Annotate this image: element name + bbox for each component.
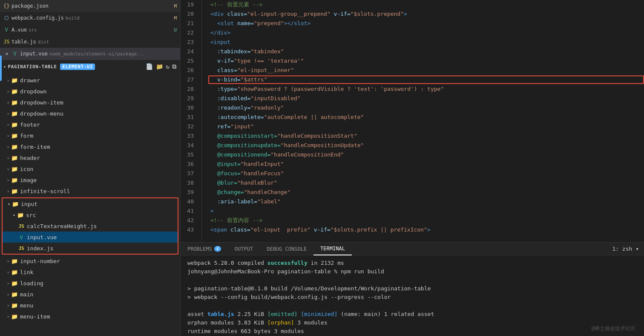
tab-label: DEBUG CONSOLE — [267, 246, 307, 252]
tab-debug-console[interactable]: DEBUG CONSOLE — [260, 243, 313, 255]
code-token: class= — [217, 66, 237, 75]
code-line-24: :tabindex="tabindex" — [210, 47, 644, 56]
sidebar-item-dropdown-menu[interactable]: › 📁 dropdown-menu — [0, 108, 180, 119]
sidebar-item-main[interactable]: › 📁 main — [0, 289, 180, 300]
code-line-40: :aria-label="label" — [210, 197, 644, 206]
terminal-line-9: runtime modules 663 bytes 3 modules — [187, 327, 637, 336]
sidebar-item-menu-item[interactable]: › 📁 menu-item — [0, 311, 180, 322]
sidebar-item-label: calcTextareaHeight.js — [27, 223, 97, 229]
file-tab-webpack[interactable]: ⬡ webpack.config.js build M — [0, 12, 180, 24]
sidebar-item-calctextareaheight[interactable]: JS calcTextareaHeight.js — [3, 220, 178, 232]
sidebar-item-input-number[interactable]: › 📁 input-number — [0, 255, 180, 266]
code-token: class= — [230, 225, 250, 235]
terminal-line-3 — [187, 276, 637, 284]
line-num-23: 23 — [181, 38, 197, 47]
sidebar-item-drawer[interactable]: › 📁 drawer — [0, 75, 180, 86]
sidebar-item-form[interactable]: › 📁 form — [0, 130, 180, 141]
chevron-icon: › — [7, 156, 9, 160]
new-folder-icon[interactable]: 📁 — [156, 63, 164, 70]
code-token: "prepend" — [254, 19, 284, 28]
terminal-content: webpack 5.28.0 compiled successfully in … — [181, 255, 644, 336]
sidebar-item-header[interactable]: › 📁 header — [0, 152, 180, 163]
terminal-tabs: PROBLEMS 4 OUTPUT DEBUG CONSOLE TERMINAL… — [181, 243, 644, 255]
section-actions: 📄 📁 ↻ ⧉ — [146, 63, 177, 70]
chevron-icon: › — [7, 189, 9, 194]
terminal-line-8: orphan modules 3.83 KiB [orphan] 3 modul… — [187, 319, 637, 327]
sidebar-item-input[interactable]: ▾ 📁 input — [3, 198, 178, 209]
tab-output[interactable]: OUTPUT — [228, 243, 260, 255]
line-numbers: 19 20 21 22 23 24 25 26 27 28 29 30 31 3… — [181, 0, 202, 242]
new-file-icon[interactable]: 📄 — [146, 63, 153, 70]
sidebar-item-loading[interactable]: › 📁 loading — [0, 278, 180, 289]
folder-icon: 📁 — [11, 177, 18, 183]
sidebar-item-inputvue[interactable]: V input.vue — [3, 232, 178, 243]
terminal-line-2: johnyang@JohnheMacBook-Pro pagination-ta… — [187, 267, 637, 276]
sidebar-item-menu[interactable]: › 📁 menu — [0, 300, 180, 311]
section-header[interactable]: ▾ PAGINATION-TABLE element-ui 📄 📁 ↻ ⧉ — [0, 60, 180, 73]
code-token: "el-input-group__prepend" — [247, 9, 331, 19]
code-token: "readonly" — [250, 103, 284, 113]
folder-icon: 📁 — [11, 133, 18, 139]
code-line-36: @input="handleInput" — [210, 159, 644, 169]
sidebar-item-dropdown-item[interactable]: › 📁 dropdown-item — [0, 97, 180, 108]
file-tab-label: input.vue — [20, 51, 48, 57]
sidebar-item-infinite-scroll[interactable]: › 📁 infinite-scroll — [0, 185, 180, 197]
chevron-icon: › — [7, 259, 9, 264]
file-tab-tablejs[interactable]: JS table.js dist — [0, 36, 180, 48]
tab-problems[interactable]: PROBLEMS 4 — [181, 243, 228, 255]
sidebar-item-image[interactable]: › 📁 image — [0, 174, 180, 185]
sidebar-item-label: input — [21, 201, 37, 207]
line-num-24: 24 — [181, 47, 197, 56]
folder-icon: 📁 — [11, 155, 18, 161]
code-token: <slot — [217, 19, 237, 28]
tab-label: TERMINAL — [320, 246, 345, 252]
line-num-31: 31 — [181, 113, 197, 122]
line-num-39: 39 — [181, 188, 197, 197]
file-tab-package-json[interactable]: {} package.json M — [0, 0, 180, 12]
line-num-27: 27 — [181, 75, 197, 84]
folder-icon: 📁 — [11, 110, 18, 117]
line-num-33: 33 — [181, 131, 197, 141]
sidebar-item-label: icon — [20, 166, 33, 172]
sidebar-item-dropdown[interactable]: › 📁 dropdown — [0, 86, 180, 97]
sidebar-item-src[interactable]: ▾ 📁 src — [3, 209, 178, 220]
collapse-icon[interactable]: ⧉ — [172, 63, 177, 70]
problems-badge: 4 — [214, 246, 221, 252]
code-token: "$slots.prepend" — [351, 9, 404, 19]
terminal-selector[interactable]: 1: zsh ▾ — [612, 246, 639, 252]
refresh-icon[interactable]: ↻ — [166, 63, 170, 70]
sidebar-item-icon[interactable]: › 📁 icon — [0, 163, 180, 174]
code-token: ></slot> — [284, 19, 311, 28]
code-token: "input" — [230, 122, 254, 131]
line-num-21: 21 — [181, 19, 197, 28]
sidebar-item-label: link — [20, 269, 33, 275]
code-token: :disabled= — [217, 94, 250, 103]
success-text: successfully — [267, 260, 308, 266]
chevron-down-icon: ▾ — [13, 213, 15, 217]
code-token: "handleChange" — [244, 188, 291, 197]
code-token: "autoComplete || autocomplete" — [264, 113, 364, 122]
chevron-icon: › — [7, 100, 9, 105]
sidebar-item-form-item[interactable]: › 📁 form-item — [0, 141, 180, 152]
chevron-icon: › — [7, 281, 9, 286]
close-icon[interactable]: ✕ — [3, 50, 10, 57]
code-line-29: :disabled="inputDisabled" — [210, 94, 644, 103]
sidebar-item-link[interactable]: › 📁 link — [0, 266, 180, 278]
code-line-39: @change="handleChange" — [210, 188, 644, 197]
sidebar-item-label: image — [20, 177, 37, 183]
sidebar-item-indexjs[interactable]: JS index.js — [3, 243, 178, 254]
chevron-icon: › — [7, 270, 9, 275]
sidebar-item-footer[interactable]: › 📁 footer — [0, 119, 180, 130]
sidebar-item-label: input-number — [20, 258, 60, 264]
code-token: > — [210, 206, 214, 216]
file-tab-inputvue[interactable]: ✕ V input.vue node_modules/element-ui/pa… — [0, 48, 180, 60]
code-token: "handleBlur" — [237, 178, 277, 188]
terminal-line-5: > webpack --config build/webpack.config.… — [187, 293, 637, 301]
chevron-down-icon: ▾ — [8, 202, 10, 206]
sidebar-tree: › 📁 drawer › 📁 dropdown › 📁 dropdown-ite… — [0, 73, 180, 336]
code-token: v-if= — [331, 9, 351, 19]
file-tab-avue[interactable]: V A.vue src U — [0, 24, 180, 36]
vue-icon: V — [18, 234, 25, 240]
tab-terminal[interactable]: TERMINAL — [313, 243, 352, 255]
file-tab-label: A.vue — [12, 27, 27, 33]
